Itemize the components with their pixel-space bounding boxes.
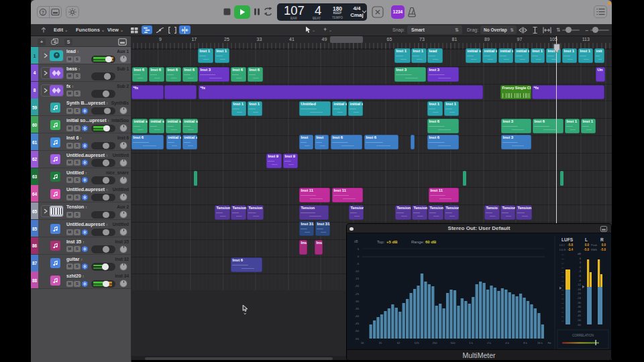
svg-text:-20: -20	[355, 284, 360, 288]
svg-text:-50: -50	[577, 318, 582, 322]
svg-text:-45: -45	[577, 314, 582, 317]
svg-text:+5 dB: +5 dB	[386, 240, 398, 244]
svg-text:dB: dB	[354, 240, 358, 243]
svg-text:500: 500	[451, 341, 456, 345]
svg-text:R: R	[600, 237, 604, 242]
svg-text:Range:: Range:	[411, 240, 425, 244]
svg-text:-12: -12	[577, 283, 582, 286]
svg-text:-30: -30	[355, 300, 360, 303]
svg-text:LU-I: LU-I	[559, 243, 565, 247]
svg-text:250: 250	[433, 341, 438, 345]
svg-text:31: 31	[379, 341, 382, 345]
svg-text:dB: dB	[578, 252, 581, 255]
svg-text:-15: -15	[355, 277, 360, 280]
svg-text:0.0: 0.0	[585, 243, 590, 247]
svg-text:2 k: 2 k	[487, 341, 491, 345]
svg-text:RMS: RMS	[591, 248, 597, 251]
svg-text:LU-S: LU-S	[559, 248, 566, 251]
svg-text:-35: -35	[355, 307, 360, 310]
svg-text:-25: -25	[355, 292, 360, 296]
svg-text:-36: -36	[577, 305, 582, 308]
svg-text:1 k: 1 k	[469, 341, 473, 345]
svg-text:-30: -30	[577, 301, 582, 304]
svg-text:0.0: 0.0	[602, 243, 606, 247]
svg-text:-24: -24	[577, 296, 582, 300]
svg-text:-50: -50	[355, 329, 360, 333]
svg-text:-55: -55	[355, 337, 360, 341]
svg-text:LUFS: LUFS	[561, 237, 574, 242]
svg-text:8 k: 8 k	[523, 341, 527, 345]
svg-text:-40: -40	[577, 310, 582, 313]
svg-text:?: ?	[42, 10, 44, 15]
svg-text:-10: -10	[355, 269, 360, 273]
svg-text:CORRELATION: CORRELATION	[572, 334, 594, 337]
svg-text:-16: -16	[577, 288, 582, 291]
svg-text:-5.8: -5.8	[568, 243, 573, 247]
svg-text:-5.0: -5.0	[600, 248, 606, 251]
svg-text:-45: -45	[355, 322, 360, 325]
svg-text:Peak: Peak	[591, 243, 597, 247]
svg-text:-40: -40	[355, 314, 360, 318]
svg-text:Hz: Hz	[547, 341, 551, 345]
svg-text:60 dB: 60 dB	[425, 240, 437, 244]
svg-text:L: L	[585, 237, 588, 242]
svg-text:4 k: 4 k	[505, 341, 509, 345]
svg-text:125: 125	[415, 341, 420, 345]
svg-text:-3.4: -3.4	[568, 248, 573, 251]
svg-text:Top:: Top:	[377, 240, 385, 244]
svg-text:62: 62	[397, 341, 400, 345]
svg-text:-5.0: -5.0	[584, 248, 589, 251]
svg-text:16: 16	[361, 341, 364, 345]
svg-text:16 k: 16 k	[537, 341, 543, 345]
svg-text:-60: -60	[577, 323, 582, 326]
svg-text:-20: -20	[577, 292, 582, 295]
